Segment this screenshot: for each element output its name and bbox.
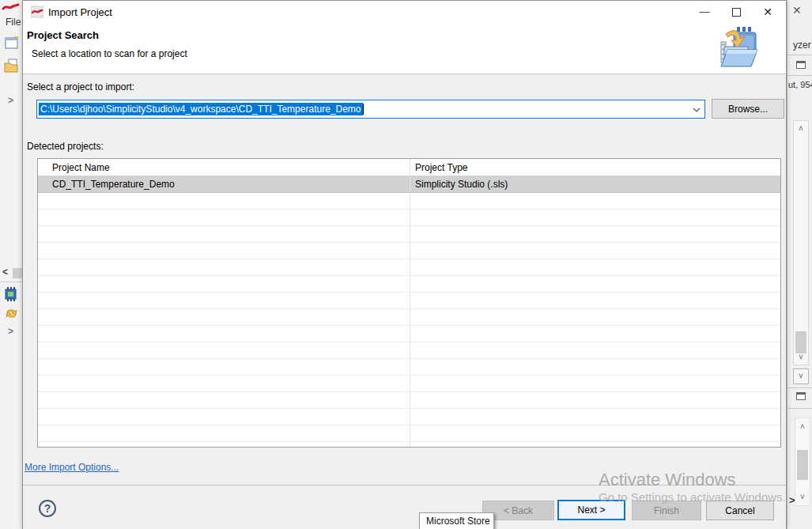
- cell-empty: [410, 293, 780, 308]
- import-project-icon: [713, 25, 761, 70]
- table-row-empty[interactable]: [38, 193, 780, 210]
- panel-divider: [787, 408, 812, 409]
- finish-button[interactable]: Finish: [632, 501, 701, 520]
- table-header-row[interactable]: Project Name Project Type: [38, 159, 780, 176]
- table-row-empty[interactable]: [38, 276, 780, 293]
- dialog-titlebar[interactable]: Import Project — ✕: [23, 1, 786, 23]
- maximize-button[interactable]: [723, 1, 750, 23]
- ide-background-right: ✕ yzer ut, 954 ˄ ˅ ˅ ˄ ˅ >: [787, 0, 812, 529]
- path-label: Select a project to import:: [27, 81, 134, 93]
- taskbar-tooltip: Microsoft Store: [419, 512, 494, 529]
- new-file-icon[interactable]: [5, 36, 20, 49]
- simplicity-studio-logo-icon: [2, 2, 21, 13]
- cell-empty: [410, 243, 780, 259]
- browse-button[interactable]: Browse...: [712, 99, 784, 119]
- maximize-view-icon[interactable]: [796, 392, 806, 400]
- cell-empty: [410, 376, 780, 391]
- vertical-scrollbar[interactable]: ˄ ˅: [795, 418, 810, 506]
- project-path-combobox[interactable]: C:\Users\djhoo\SimplicityStudio\v4_works…: [36, 100, 705, 119]
- text-caret: [363, 104, 364, 115]
- cell-empty: [410, 193, 780, 209]
- path-value-selected[interactable]: C:\Users\djhoo\SimplicityStudio\v4_works…: [39, 103, 363, 115]
- cell-empty: [410, 425, 780, 441]
- cell-empty: [38, 276, 410, 292]
- table-row-empty[interactable]: [38, 210, 780, 226]
- scroll-down-icon[interactable]: ˅: [794, 353, 808, 361]
- scroll-up-icon[interactable]: ˄: [794, 125, 808, 133]
- table-row-empty[interactable]: [38, 259, 780, 276]
- table-row-empty[interactable]: [38, 293, 780, 309]
- cell-empty: [410, 342, 780, 358]
- cell-empty: [38, 425, 410, 441]
- table-row-empty[interactable]: [38, 376, 780, 392]
- detected-projects-table[interactable]: Project Name Project Type CD_TTI_Tempera…: [37, 158, 781, 448]
- table-row-empty[interactable]: [38, 442, 780, 448]
- table-row-empty[interactable]: [38, 309, 780, 326]
- close-icon[interactable]: ✕: [792, 4, 802, 17]
- chevron-right-icon[interactable]: >: [8, 95, 13, 106]
- cell-empty: [38, 376, 410, 391]
- cell-empty: [38, 259, 410, 275]
- status-label-partial: ut, 954: [788, 80, 812, 89]
- scroll-left-icon[interactable]: <: [2, 266, 8, 278]
- cell-empty: [410, 409, 780, 425]
- cancel-button[interactable]: Cancel: [706, 501, 774, 520]
- scroll-up-icon[interactable]: ˄: [795, 423, 810, 431]
- scrollbar-thumb[interactable]: [797, 450, 808, 480]
- minimize-button[interactable]: —: [691, 1, 718, 23]
- cell-empty: [410, 326, 780, 342]
- refresh-icon[interactable]: [5, 307, 18, 320]
- panel-divider: [787, 75, 812, 76]
- cell-empty: [38, 359, 410, 375]
- table-row-empty[interactable]: [38, 326, 780, 342]
- table-row-empty[interactable]: [38, 409, 780, 425]
- table-row-empty[interactable]: [38, 226, 780, 243]
- cell-empty: [38, 243, 410, 259]
- dropdown-chevron-box[interactable]: ˅: [793, 368, 809, 384]
- table-row-empty[interactable]: [38, 392, 780, 409]
- ide-background-left: File > < >: [0, 0, 22, 529]
- combo-dropdown-button[interactable]: [689, 104, 704, 115]
- menu-file[interactable]: File: [6, 17, 21, 28]
- scrollbar-thumb[interactable]: [795, 331, 806, 353]
- cell-project-name[interactable]: CD_TTI_Temperature_Demo: [38, 176, 410, 192]
- cell-empty: [38, 409, 410, 425]
- vertical-scrollbar[interactable]: ˄ ˅: [793, 120, 809, 365]
- table-row-empty[interactable]: [38, 243, 780, 259]
- more-import-options-link[interactable]: More Import Options...: [25, 462, 119, 473]
- cell-project-type[interactable]: Simplicity Studio (.sls): [410, 176, 780, 192]
- help-button[interactable]: ?: [39, 500, 56, 517]
- table-row-empty[interactable]: [38, 359, 780, 376]
- maximize-view-icon[interactable]: [796, 61, 806, 69]
- close-button[interactable]: ✕: [754, 1, 781, 23]
- footer-separator: [23, 485, 786, 486]
- cell-empty: [38, 210, 410, 225]
- screen: File > < > ✕ yzer ut, 95: [0, 0, 812, 529]
- table-row[interactable]: CD_TTI_Temperature_DemoSimplicity Studio…: [38, 176, 780, 193]
- cell-empty: [410, 392, 780, 408]
- cell-empty: [410, 359, 780, 375]
- cell-empty: [38, 342, 410, 358]
- column-header-project-name[interactable]: Project Name: [38, 159, 410, 176]
- cell-empty: [410, 226, 780, 242]
- paste-folder-icon[interactable]: [4, 59, 19, 73]
- table-row-empty[interactable]: [38, 342, 780, 359]
- chip-icon[interactable]: [3, 286, 19, 301]
- cell-empty: [38, 326, 410, 342]
- cell-empty: [38, 226, 410, 242]
- chevron-right-icon[interactable]: >: [789, 494, 795, 506]
- next-button[interactable]: Next >: [557, 500, 625, 520]
- dialog-title: Import Project: [48, 6, 112, 18]
- chevron-right-icon[interactable]: >: [8, 326, 13, 337]
- hscroll-thumb[interactable]: [13, 268, 22, 278]
- column-header-project-type[interactable]: Project Type: [410, 159, 780, 176]
- scroll-down-icon[interactable]: ˅: [795, 493, 810, 501]
- cell-empty: [38, 309, 410, 325]
- cell-empty: [38, 293, 410, 308]
- simplicity-studio-icon: [31, 6, 43, 18]
- tab-label-partial[interactable]: yzer: [793, 40, 811, 51]
- header-subtitle: Select a location to scan for a project: [32, 48, 187, 59]
- detected-projects-label: Detected projects:: [27, 141, 104, 152]
- cell-empty: [38, 193, 410, 209]
- table-row-empty[interactable]: [38, 425, 780, 442]
